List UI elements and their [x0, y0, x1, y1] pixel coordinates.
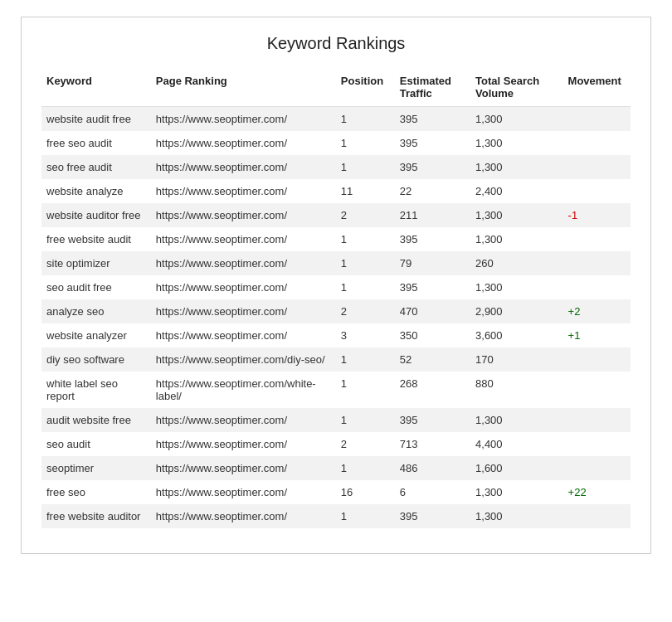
cell-page: https://www.seoptimer.com/	[151, 504, 336, 528]
table-row: seo free audithttps://www.seoptimer.com/…	[41, 155, 631, 179]
cell-position: 3	[336, 323, 395, 347]
cell-page: https://www.seoptimer.com/	[151, 131, 336, 155]
cell-traffic: 350	[395, 323, 470, 347]
table-row: website analyzehttps://www.seoptimer.com…	[41, 179, 631, 203]
cell-page: https://www.seoptimer.com/	[151, 107, 336, 132]
cell-position: 1	[336, 155, 395, 179]
cell-traffic: 395	[395, 107, 470, 132]
cell-movement	[563, 251, 631, 275]
cell-keyword: audit website free	[41, 408, 151, 432]
cell-keyword: seo audit free	[41, 275, 151, 299]
cell-keyword: seo free audit	[41, 155, 151, 179]
cell-movement	[563, 408, 631, 432]
cell-traffic: 395	[395, 227, 470, 251]
cell-page: https://www.seoptimer.com/	[151, 275, 336, 299]
cell-page: https://www.seoptimer.com/	[151, 227, 336, 251]
cell-movement	[563, 372, 631, 408]
table-header-row: Keyword Page Ranking Position Estimated …	[41, 68, 631, 107]
keyword-rankings-table: Keyword Page Ranking Position Estimated …	[41, 68, 631, 528]
cell-volume: 1,300	[470, 227, 563, 251]
cell-traffic: 22	[395, 179, 470, 203]
cell-position: 2	[336, 299, 395, 323]
cell-page: https://www.seoptimer.com/	[151, 456, 336, 480]
cell-traffic: 79	[395, 251, 470, 275]
cell-keyword: free seo	[41, 480, 151, 504]
cell-traffic: 395	[395, 408, 470, 432]
cell-traffic: 713	[395, 432, 470, 456]
cell-volume: 1,300	[470, 275, 563, 299]
cell-page: https://www.seoptimer.com/diy-seo/	[151, 347, 336, 372]
cell-keyword: diy seo software	[41, 347, 151, 372]
cell-position: 1	[336, 408, 395, 432]
table-row: diy seo softwarehttps://www.seoptimer.co…	[41, 347, 631, 372]
cell-keyword: white label seo report	[41, 372, 151, 408]
cell-movement: +22	[563, 480, 631, 504]
table-row: audit website freehttps://www.seoptimer.…	[41, 408, 631, 432]
col-header-traffic: Estimated Traffic	[395, 68, 470, 107]
cell-page: https://www.seoptimer.com/	[151, 251, 336, 275]
cell-movement	[563, 347, 631, 372]
cell-keyword: analyze seo	[41, 299, 151, 323]
cell-volume: 170	[470, 347, 563, 372]
cell-movement: -1	[563, 203, 631, 227]
cell-page: https://www.seoptimer.com/	[151, 323, 336, 347]
cell-keyword: site optimizer	[41, 251, 151, 275]
col-header-movement: Movement	[563, 68, 631, 107]
cell-movement	[563, 179, 631, 203]
cell-traffic: 268	[395, 372, 470, 408]
cell-position: 1	[336, 275, 395, 299]
cell-movement	[563, 456, 631, 480]
cell-keyword: website audit free	[41, 107, 151, 132]
table-row: seoptimerhttps://www.seoptimer.com/14861…	[41, 456, 631, 480]
cell-traffic: 395	[395, 131, 470, 155]
cell-position: 1	[336, 347, 395, 372]
cell-page: https://www.seoptimer.com/	[151, 299, 336, 323]
cell-movement	[563, 227, 631, 251]
cell-volume: 4,400	[470, 432, 563, 456]
cell-movement	[563, 107, 631, 132]
cell-position: 1	[336, 456, 395, 480]
cell-page: https://www.seoptimer.com/white-label/	[151, 372, 336, 408]
cell-keyword: seoptimer	[41, 456, 151, 480]
main-container: Keyword Rankings Keyword Page Ranking Po…	[21, 17, 651, 554]
table-row: website analyzerhttps://www.seoptimer.co…	[41, 323, 631, 347]
cell-traffic: 395	[395, 275, 470, 299]
cell-movement	[563, 432, 631, 456]
cell-traffic: 211	[395, 203, 470, 227]
col-header-page: Page Ranking	[151, 68, 336, 107]
page-title: Keyword Rankings	[41, 34, 631, 53]
cell-traffic: 486	[395, 456, 470, 480]
cell-volume: 1,300	[470, 504, 563, 528]
cell-page: https://www.seoptimer.com/	[151, 432, 336, 456]
cell-page: https://www.seoptimer.com/	[151, 155, 336, 179]
cell-movement: +2	[563, 299, 631, 323]
cell-position: 11	[336, 179, 395, 203]
cell-movement: +1	[563, 323, 631, 347]
cell-volume: 3,600	[470, 323, 563, 347]
cell-position: 1	[336, 504, 395, 528]
cell-page: https://www.seoptimer.com/	[151, 408, 336, 432]
cell-page: https://www.seoptimer.com/	[151, 203, 336, 227]
cell-traffic: 395	[395, 155, 470, 179]
col-header-volume: Total Search Volume	[470, 68, 563, 107]
cell-volume: 1,600	[470, 456, 563, 480]
cell-position: 1	[336, 131, 395, 155]
cell-position: 2	[336, 203, 395, 227]
table-row: white label seo reporthttps://www.seopti…	[41, 372, 631, 408]
cell-position: 2	[336, 432, 395, 456]
cell-position: 1	[336, 107, 395, 132]
cell-keyword: seo audit	[41, 432, 151, 456]
cell-position: 16	[336, 480, 395, 504]
table-row: free website auditorhttps://www.seoptime…	[41, 504, 631, 528]
table-row: website audit freehttps://www.seoptimer.…	[41, 107, 631, 132]
cell-keyword: website analyzer	[41, 323, 151, 347]
cell-keyword: free seo audit	[41, 131, 151, 155]
cell-volume: 1,300	[470, 155, 563, 179]
cell-traffic: 6	[395, 480, 470, 504]
table-row: seo audithttps://www.seoptimer.com/27134…	[41, 432, 631, 456]
cell-keyword: free website auditor	[41, 504, 151, 528]
table-row: website auditor freehttps://www.seoptime…	[41, 203, 631, 227]
cell-movement	[563, 155, 631, 179]
table-row: site optimizerhttps://www.seoptimer.com/…	[41, 251, 631, 275]
cell-traffic: 395	[395, 504, 470, 528]
